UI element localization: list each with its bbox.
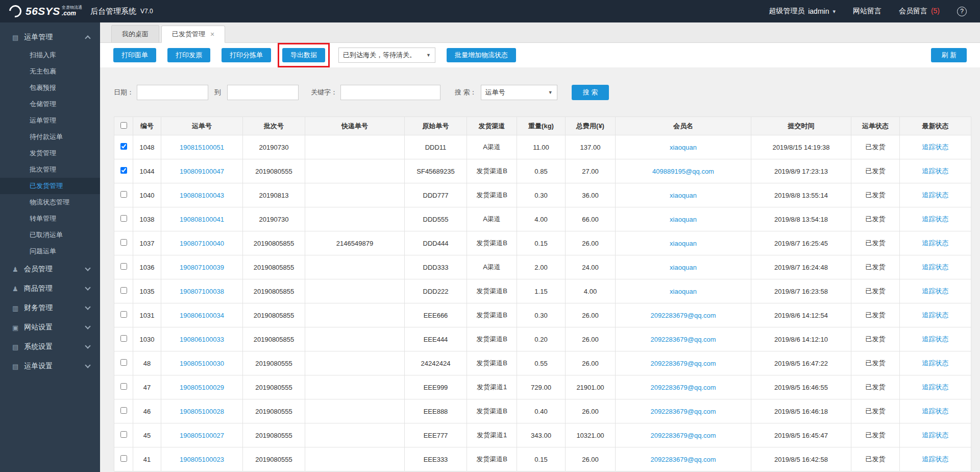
track-status-link[interactable]: 追踪状态 <box>922 215 949 223</box>
close-icon[interactable]: × <box>210 30 214 38</box>
tab-shipped-management[interactable]: 已发货管理× <box>161 26 225 43</box>
row-checkbox[interactable] <box>120 167 127 174</box>
member-name-link[interactable]: 2092283679@qq.com <box>650 336 716 343</box>
waybill-number-link[interactable]: 190805100030 <box>180 360 224 367</box>
sidebar-item[interactable]: 仓储管理 <box>0 96 100 112</box>
track-status-link[interactable]: 追踪状态 <box>922 335 949 343</box>
user-menu[interactable]: 超级管理员 iadmin ▾ <box>769 7 836 16</box>
sidebar-item[interactable]: 已取消运单 <box>0 227 100 243</box>
member-message-link[interactable]: 会员留言 (5) <box>899 7 940 16</box>
search-button[interactable]: 搜 索 <box>572 85 609 100</box>
sidebar-group-website-settings[interactable]: ▣网站设置 <box>0 318 100 337</box>
member-name-link[interactable]: xiaoquan <box>670 240 697 247</box>
track-status-link[interactable]: 追踪状态 <box>922 455 949 463</box>
track-status-link[interactable]: 追踪状态 <box>922 263 949 271</box>
batch-add-logistics-button[interactable]: 批量增加物流状态 <box>447 48 516 62</box>
waybill-number-link[interactable]: 190807100039 <box>180 264 224 271</box>
track-status-link[interactable]: 追踪状态 <box>922 239 949 247</box>
member-name-link[interactable]: xiaoquan <box>670 216 697 223</box>
waybill-number-link[interactable]: 190805100027 <box>180 432 224 439</box>
member-name-link[interactable]: 2092283679@qq.com <box>650 432 716 439</box>
track-status-link[interactable]: 追踪状态 <box>922 431 949 439</box>
track-status-link[interactable]: 追踪状态 <box>922 191 949 199</box>
sidebar-group-finance-management[interactable]: ▥财务管理 <box>0 298 100 318</box>
sidebar-group-product-management[interactable]: ♟商品管理 <box>0 279 100 298</box>
sidebar-item[interactable]: 待付款运单 <box>0 129 100 145</box>
sidebar-item[interactable]: 发货管理 <box>0 145 100 161</box>
member-name-link[interactable]: 2092283679@qq.com <box>650 360 716 367</box>
sidebar-item[interactable]: 转单管理 <box>0 210 100 227</box>
date-from-input[interactable] <box>137 85 208 100</box>
row-checkbox[interactable] <box>120 311 127 318</box>
track-status-link[interactable]: 追踪状态 <box>922 167 949 175</box>
row-checkbox[interactable] <box>120 431 127 438</box>
sidebar-item[interactable]: 扫描入库 <box>0 47 100 63</box>
date-to-input[interactable] <box>227 85 299 100</box>
waybill-number-link[interactable]: 190805100029 <box>180 384 224 391</box>
track-status-link[interactable]: 追踪状态 <box>922 143 949 151</box>
waybill-number-link[interactable]: 190806100033 <box>180 336 224 343</box>
row-checkbox[interactable] <box>120 191 127 198</box>
waybill-number-link[interactable]: 190809100047 <box>180 168 224 175</box>
select-all-checkbox[interactable] <box>120 122 127 129</box>
sidebar-item[interactable]: 批次管理 <box>0 161 100 178</box>
print-sorting-button[interactable]: 打印分拣单 <box>222 48 271 62</box>
row-checkbox[interactable] <box>120 239 127 246</box>
site-message-link[interactable]: 网站留言 <box>853 7 881 16</box>
track-status-link[interactable]: 追踪状态 <box>922 359 949 367</box>
row-checkbox[interactable] <box>120 335 127 342</box>
waybill-number-link[interactable]: 190808100041 <box>180 216 224 223</box>
track-status-link[interactable]: 追踪状态 <box>922 311 949 319</box>
row-checkbox[interactable] <box>120 359 127 366</box>
member-name-link[interactable]: 2092283679@qq.com <box>650 312 716 319</box>
tab-my-desktop[interactable]: 我的桌面 <box>111 25 159 42</box>
sidebar-item[interactable]: 包裹预报 <box>0 80 100 96</box>
member-name-link[interactable]: 2092283679@qq.com <box>650 456 716 463</box>
help-icon[interactable]: ? <box>957 7 967 16</box>
track-status-link[interactable]: 追踪状态 <box>922 407 949 415</box>
member-name-link[interactable]: xiaoquan <box>670 264 697 271</box>
refresh-button[interactable]: 刷 新 <box>931 48 967 62</box>
waybill-number-link[interactable]: 190805100028 <box>180 408 224 415</box>
member-name-link[interactable]: xiaoquan <box>670 144 697 151</box>
row-checkbox[interactable] <box>120 263 127 270</box>
row-checkbox[interactable] <box>120 215 127 222</box>
row-checkbox[interactable] <box>120 143 127 150</box>
export-data-button[interactable]: 导出数据 <box>282 48 325 62</box>
sidebar-item[interactable]: 物流状态管理 <box>0 194 100 210</box>
sidebar-item[interactable]: 已发货管理 <box>0 178 100 194</box>
waybill-number-link[interactable]: 190807100038 <box>180 288 224 295</box>
sidebar-group-waybill-settings[interactable]: ▤运单设置 <box>0 357 100 376</box>
sidebar-item[interactable]: 运单管理 <box>0 112 100 129</box>
waybill-number-link[interactable]: 190815100051 <box>180 144 224 151</box>
sidebar-group-waybill-management[interactable]: ▤运单管理 <box>0 28 100 47</box>
table-cell: 发货渠道B <box>467 279 517 303</box>
row-checkbox[interactable] <box>120 455 127 462</box>
table-cell: 20190805855 <box>243 327 305 351</box>
print-sheet-button[interactable]: 打印面单 <box>113 48 156 62</box>
row-checkbox[interactable] <box>120 383 127 390</box>
logistics-status-select[interactable]: 已到达海关，等待清关。 ▼ <box>338 48 435 63</box>
sidebar-group-member-management[interactable]: ♟会员管理 <box>0 259 100 279</box>
table-cell: 追踪状态 <box>900 375 971 399</box>
sidebar-item[interactable]: 问题运单 <box>0 243 100 259</box>
print-invoice-button[interactable]: 打印发票 <box>167 48 210 62</box>
row-checkbox[interactable] <box>120 407 127 414</box>
website-settings-icon: ▣ <box>12 324 18 332</box>
keyword-input[interactable] <box>340 85 440 100</box>
track-status-link[interactable]: 追踪状态 <box>922 287 949 295</box>
member-name-link[interactable]: 409889195@qq.com <box>652 168 714 175</box>
member-name-link[interactable]: 2092283679@qq.com <box>650 408 716 415</box>
search-type-select[interactable]: 运单号 ▼ <box>481 85 557 100</box>
sidebar-group-system-settings[interactable]: ▤系统设置 <box>0 337 100 357</box>
member-name-link[interactable]: xiaoquan <box>670 288 697 295</box>
sidebar-item[interactable]: 无主包裹 <box>0 63 100 80</box>
member-name-link[interactable]: 2092283679@qq.com <box>650 384 716 391</box>
waybill-number-link[interactable]: 190807100040 <box>180 240 224 247</box>
row-checkbox[interactable] <box>120 287 127 294</box>
waybill-number-link[interactable]: 190806100034 <box>180 312 224 319</box>
waybill-number-link[interactable]: 190805100023 <box>180 456 224 463</box>
member-name-link[interactable]: xiaoquan <box>670 192 697 199</box>
waybill-number-link[interactable]: 190808100043 <box>180 192 224 199</box>
track-status-link[interactable]: 追踪状态 <box>922 383 949 391</box>
